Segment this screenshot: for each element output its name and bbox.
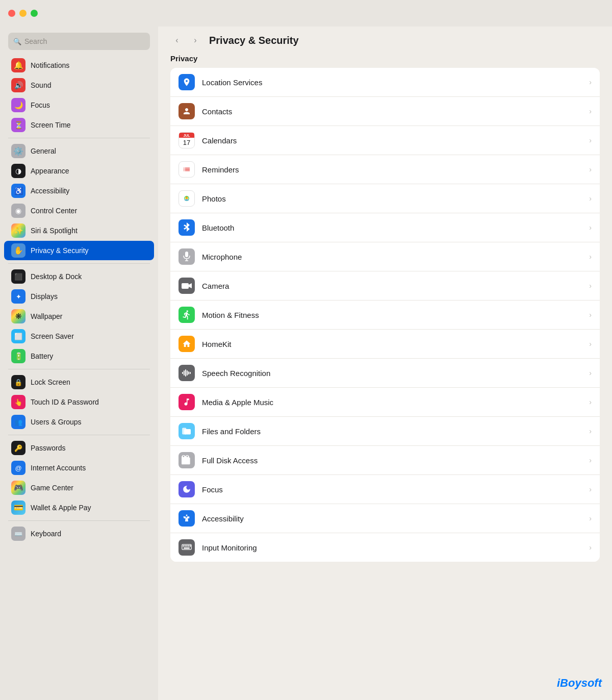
desktop-dock-icon: ⬛ [11, 269, 26, 284]
internet-accounts-icon: @ [11, 461, 26, 475]
accessibility-label: Accessibility [31, 187, 69, 195]
focus-privacy-icon [178, 481, 195, 497]
sidebar-item-screen-saver[interactable]: ⬜ Screen Saver [4, 327, 154, 346]
files-folders-icon [178, 423, 195, 439]
row-files-folders[interactable]: Files and Folders › [170, 417, 600, 446]
accessibility-privacy-icon [178, 510, 195, 527]
wallet-label: Wallet & Apple Pay [31, 504, 91, 512]
close-button[interactable] [8, 10, 15, 17]
siri-spotlight-icon: ✨ [11, 223, 26, 238]
sidebar-item-battery[interactable]: 🔋 Battery [4, 346, 154, 366]
sidebar-group-4: 🔒 Lock Screen 👆 Touch ID & Password 👥 Us… [0, 372, 158, 432]
sidebar-item-control-center[interactable]: ◉ Control Center [4, 201, 154, 220]
section-title: Privacy [170, 54, 600, 63]
maximize-button[interactable] [31, 10, 38, 17]
reminders-icon [178, 161, 195, 178]
speech-recognition-chevron: › [589, 369, 592, 377]
sidebar-item-touch-id[interactable]: 👆 Touch ID & Password [4, 392, 154, 412]
sidebar-item-screen-time[interactable]: ⏳ Screen Time [4, 115, 154, 135]
main-content: ‹ › Privacy & Security Privacy Location … [158, 27, 612, 700]
svg-rect-17 [183, 545, 185, 547]
row-speech-recognition[interactable]: Speech Recognition › [170, 359, 600, 388]
calendars-label: Calendars [202, 136, 582, 145]
general-icon: ⚙️ [11, 144, 26, 158]
speech-recognition-label: Speech Recognition [202, 369, 582, 378]
sound-label: Sound [31, 81, 51, 89]
sidebar-item-focus[interactable]: 🌙 Focus [4, 95, 154, 115]
full-disk-access-label: Full Disk Access [202, 456, 582, 465]
appearance-icon: ◑ [11, 164, 26, 178]
back-button[interactable]: ‹ [170, 34, 184, 47]
svg-rect-21 [190, 545, 191, 547]
sidebar-item-displays[interactable]: ✦ Displays [4, 287, 154, 306]
row-contacts[interactable]: Contacts › [170, 97, 600, 126]
search-input[interactable] [24, 37, 145, 45]
content-area: Privacy Location Services › Contacts [158, 52, 612, 574]
input-monitoring-icon [178, 539, 195, 556]
row-calendars[interactable]: JUL 17 Calendars › [170, 126, 600, 155]
svg-rect-14 [184, 429, 191, 434]
row-reminders[interactable]: Reminders › [170, 155, 600, 184]
sidebar-item-notifications[interactable]: 🔔 Notifications [4, 56, 154, 75]
sidebar: 🔍 🔔 Notifications 🔊 Sound 🌙 Focus [0, 27, 158, 700]
row-media-apple-music[interactable]: Media & Apple Music › [170, 388, 600, 417]
sidebar-item-siri-spotlight[interactable]: ✨ Siri & Spotlight [4, 221, 154, 240]
divider-2 [8, 263, 150, 264]
homekit-chevron: › [589, 340, 592, 348]
sidebar-item-desktop-dock[interactable]: ⬛ Desktop & Dock [4, 267, 154, 286]
files-folders-chevron: › [589, 427, 592, 435]
wallpaper-icon: ❋ [11, 309, 26, 323]
row-homekit[interactable]: HomeKit › [170, 330, 600, 359]
minimize-button[interactable] [19, 10, 27, 17]
sidebar-item-general[interactable]: ⚙️ General [4, 141, 154, 161]
row-camera[interactable]: Camera › [170, 271, 600, 301]
input-monitoring-chevron: › [589, 543, 592, 552]
sidebar-item-accessibility[interactable]: ♿ Accessibility [4, 181, 154, 201]
divider-4 [8, 435, 150, 435]
svg-rect-11 [188, 371, 189, 374]
displays-icon: ✦ [11, 289, 26, 304]
battery-label: Battery [31, 352, 53, 360]
row-photos[interactable]: Photos › [170, 184, 600, 213]
sidebar-item-sound[interactable]: 🔊 Sound [4, 76, 154, 95]
row-bluetooth[interactable]: Bluetooth › [170, 213, 600, 242]
appearance-label: Appearance [31, 167, 69, 175]
row-input-monitoring[interactable]: Input Monitoring › [170, 533, 600, 562]
sidebar-item-privacy-security[interactable]: ✋ Privacy & Security [4, 241, 154, 260]
focus-privacy-chevron: › [589, 485, 592, 493]
motion-fitness-label: Motion & Fitness [202, 311, 582, 319]
camera-label: Camera [202, 282, 582, 290]
divider-3 [8, 369, 150, 369]
row-full-disk-access[interactable]: Full Disk Access › [170, 446, 600, 475]
sidebar-item-wallet[interactable]: 💳 Wallet & Apple Pay [4, 498, 154, 517]
sidebar-item-passwords[interactable]: 🔑 Passwords [4, 438, 154, 458]
internet-accounts-label: Internet Accounts [31, 464, 86, 472]
row-microphone[interactable]: Microphone › [170, 242, 600, 271]
forward-button[interactable]: › [189, 34, 202, 47]
sidebar-item-game-center[interactable]: 🎮 Game Center [4, 478, 154, 497]
row-focus[interactable]: Focus › [170, 475, 600, 504]
sidebar-item-appearance[interactable]: ◑ Appearance [4, 161, 154, 181]
passwords-label: Passwords [31, 444, 65, 452]
sidebar-item-keyboard[interactable]: ⌨️ Keyboard [4, 524, 154, 543]
traffic-lights [8, 10, 38, 17]
svg-rect-2 [185, 252, 188, 257]
notifications-icon: 🔔 [11, 58, 26, 72]
sidebar-item-users-groups[interactable]: 👥 Users & Groups [4, 412, 154, 432]
sidebar-item-lock-screen[interactable]: 🔒 Lock Screen [4, 372, 154, 392]
row-accessibility[interactable]: Accessibility › [170, 504, 600, 533]
bluetooth-icon [178, 219, 195, 236]
row-location-services[interactable]: Location Services › [170, 68, 600, 97]
privacy-list: Location Services › Contacts › JUL [170, 68, 600, 562]
search-bar[interactable]: 🔍 [8, 33, 150, 50]
page-title: Privacy & Security [209, 35, 299, 46]
lock-screen-icon: 🔒 [11, 375, 26, 389]
row-motion-fitness[interactable]: Motion & Fitness › [170, 301, 600, 330]
accessibility-icon: ♿ [11, 184, 26, 198]
users-groups-label: Users & Groups [31, 418, 82, 426]
bluetooth-label: Bluetooth [202, 223, 582, 232]
sidebar-item-internet-accounts[interactable]: @ Internet Accounts [4, 458, 154, 478]
homekit-icon [178, 336, 195, 352]
sidebar-item-wallpaper[interactable]: ❋ Wallpaper [4, 307, 154, 326]
lock-screen-label: Lock Screen [31, 378, 70, 386]
